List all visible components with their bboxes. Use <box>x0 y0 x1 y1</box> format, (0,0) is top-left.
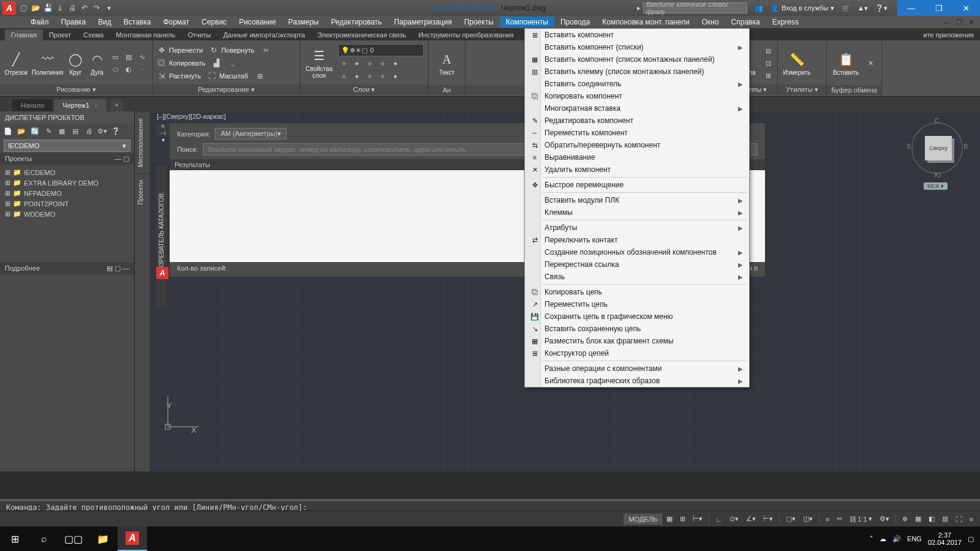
menu-projects[interactable]: Проекты <box>458 17 500 28</box>
mdi-restore-icon[interactable]: ❐ <box>954 18 965 26</box>
menu-window[interactable]: Окно <box>696 17 725 28</box>
rect-icon[interactable]: ▭ <box>110 51 121 62</box>
viewcube[interactable]: Сверху С Ю В З МСК ▾ <box>907 118 968 179</box>
trim-icon[interactable]: ✂ <box>260 45 271 56</box>
search-arrow-icon[interactable]: ▸ <box>635 4 643 12</box>
search-button[interactable]: ⌕ <box>29 527 59 551</box>
menu-wires[interactable]: Провода <box>554 17 596 28</box>
mdi-close-icon[interactable]: ✕ <box>966 18 976 26</box>
model-button[interactable]: МОДЕЛЬ <box>624 514 662 525</box>
autocad-taskbar-button[interactable]: A <box>118 527 147 551</box>
panel-modify-label[interactable]: Редактирование ▾ <box>153 84 300 95</box>
menu-item[interactable]: Многократная вставка▶ <box>525 102 749 114</box>
qat-new-icon[interactable]: ▢ <box>18 3 28 13</box>
tab-start[interactable]: Начало <box>12 99 53 111</box>
spline-icon[interactable]: ∿ <box>137 51 148 62</box>
qat-more-icon[interactable]: ▾ <box>104 3 114 13</box>
text-button[interactable]: AТекст <box>432 51 461 76</box>
tab-drawing1[interactable]: Чертеж1× <box>54 99 107 111</box>
menu-item[interactable]: Вставить соединитель▶ <box>525 78 749 90</box>
vtab-location[interactable]: Местоположение <box>135 111 149 173</box>
tree-node[interactable]: ⊞ 📁 IECDEMO <box>2 167 132 178</box>
stretch-button[interactable]: ⇲Растянуть <box>157 70 201 81</box>
task-view-button[interactable]: ▢▢ <box>59 527 88 551</box>
polar-icon[interactable]: ⊙▾ <box>726 514 742 524</box>
menu-view[interactable]: Вид <box>92 17 118 28</box>
qat-save-icon[interactable]: 💾 <box>43 3 53 13</box>
menu-item[interactable]: Разные операции с компонентами▶ <box>525 362 749 375</box>
tray-up-icon[interactable]: ˄ <box>870 535 873 543</box>
menu-help[interactable]: Справка <box>725 17 766 28</box>
explorer-button[interactable]: 📁 <box>88 527 118 551</box>
ribbon-tab-apps[interactable]: ите приложения <box>917 29 980 40</box>
menu-parametric[interactable]: Параметризация <box>388 17 458 28</box>
menu-item[interactable]: ▦Разместить блок как фрагмент схемы <box>525 335 749 347</box>
qat-plot-icon[interactable]: 🖨 <box>67 3 77 13</box>
menu-item[interactable]: ≡Выравнивание <box>525 151 749 163</box>
app-icon[interactable]: A <box>2 1 16 15</box>
ortho-icon[interactable]: ∟ <box>712 514 725 524</box>
menu-components[interactable]: Компоненты <box>500 17 554 28</box>
qat-saveas-icon[interactable]: ⤓ <box>55 3 65 13</box>
arc-button[interactable]: ◠Дуга <box>88 51 106 76</box>
scale-button[interactable]: ⛶Масштаб <box>207 70 248 81</box>
fillet-icon[interactable]: ◟ <box>227 58 238 69</box>
array-icon[interactable]: ⊞ <box>254 70 265 81</box>
copy-button[interactable]: ⿻Копировать <box>157 58 205 69</box>
point-icon[interactable]: · <box>137 64 148 75</box>
layer-tool-icon[interactable]: ✧ <box>338 58 349 69</box>
ribbon-tab-schematic[interactable]: Схема <box>77 29 110 40</box>
panel-draw-label[interactable]: Рисование ▾ <box>0 84 153 95</box>
window-maximize-button[interactable]: ❐ <box>925 0 952 16</box>
paste-button[interactable]: 📋Вставить <box>831 51 861 76</box>
menu-format[interactable]: Формат <box>157 17 195 28</box>
qat-open-icon[interactable]: 📂 <box>31 3 40 13</box>
ribbon-tab-emx[interactable]: Электромеханическая связь <box>311 29 412 40</box>
circle-button[interactable]: ◯Круг <box>67 51 85 76</box>
tray-notifications-icon[interactable]: ▢ <box>968 535 974 543</box>
gear-icon[interactable]: ⚙▾ <box>876 514 892 524</box>
menu-item[interactable]: ✥Быстрое перемещение <box>525 179 749 191</box>
snap-icon[interactable]: ⊞ <box>677 514 688 524</box>
menu-item[interactable]: 💾Сохранить цепь в графическом меню <box>525 310 749 323</box>
exchange-icon[interactable]: 🛒 <box>838 4 854 12</box>
menu-item[interactable]: ↗Переместить цепь <box>525 298 749 310</box>
rotate-button[interactable]: ↻Повернуть <box>209 45 254 56</box>
ribbon-tab-panel[interactable]: Монтажная панель <box>110 29 181 40</box>
menu-tools[interactable]: Сервис <box>195 17 233 28</box>
menu-insert[interactable]: Вставка <box>118 17 157 28</box>
tray-clock[interactable]: 2:3702.04.2017 <box>928 531 962 546</box>
close-tab-icon[interactable]: × <box>94 102 98 109</box>
infocenter-people-icon[interactable]: 👥 <box>751 4 767 12</box>
viewcube-wcs-badge[interactable]: МСК ▾ <box>924 182 948 190</box>
tree-node[interactable]: ⊞ 📁 WDDEMO <box>2 209 132 219</box>
ribbon-tab-home[interactable]: Главная <box>5 29 43 40</box>
menu-item[interactable]: Создание позиционных обозначений компоне… <box>525 246 749 258</box>
tree-node[interactable]: ⊞ 📁 NFPADEMO <box>2 188 132 198</box>
a360-icon[interactable]: ▲▾ <box>854 4 872 12</box>
mdi-minimize-icon[interactable]: — <box>941 18 952 26</box>
menu-modify[interactable]: Редактировать <box>325 17 388 28</box>
hatch-icon[interactable]: ▨ <box>123 51 134 62</box>
menu-item[interactable]: Атрибуты▶ <box>525 222 749 234</box>
tray-onedrive-icon[interactable]: ☁ <box>880 535 886 543</box>
layer-properties-button[interactable]: ☰Свойства слоя <box>304 47 334 79</box>
menu-panel-layout[interactable]: Компоновка монт. панели <box>596 17 695 28</box>
ribbon-tab-import[interactable]: Данные импорта/экспорта <box>217 29 311 40</box>
ucs-icon[interactable]: YX <box>162 390 205 435</box>
vtab-projects[interactable]: Проекты <box>135 173 149 211</box>
menu-file[interactable]: Файл <box>24 17 55 28</box>
viewcube-face[interactable]: Сверху <box>925 136 952 160</box>
ribbon-tab-reports[interactable]: Отчеты <box>181 29 217 40</box>
mirror-button[interactable]: ▟ <box>211 58 221 69</box>
pm-tool-icon[interactable]: 📄 <box>2 126 13 136</box>
menu-item[interactable]: Связь▶ <box>525 271 749 283</box>
new-tab-button[interactable]: + <box>110 99 123 111</box>
menu-draw[interactable]: Рисование <box>233 17 282 28</box>
start-button[interactable]: ⊞ <box>0 527 29 551</box>
clip-x-icon[interactable]: ✕ <box>865 58 876 69</box>
qat-undo-icon[interactable]: ↶ <box>80 3 89 13</box>
window-minimize-button[interactable]: — <box>897 0 925 16</box>
active-project-combo[interactable]: IECDEMO▾ <box>4 140 130 152</box>
panel-layers-label[interactable]: Слои ▾ <box>300 84 428 95</box>
